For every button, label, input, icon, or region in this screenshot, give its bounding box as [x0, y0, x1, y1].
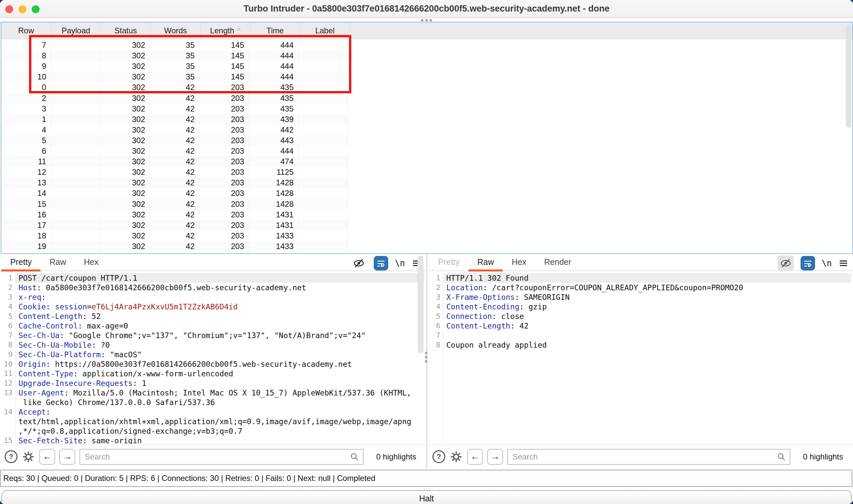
cell-row: 1 — [1, 115, 51, 124]
table-row[interactable]: 230242203435 — [1, 93, 348, 104]
line-number: 7 — [428, 331, 440, 339]
menu-icon[interactable] — [838, 258, 848, 268]
cell-length: 203 — [199, 115, 249, 124]
table-row[interactable]: 430242203442 — [1, 125, 348, 135]
table-row[interactable]: 1130242203474 — [1, 156, 348, 167]
table-row[interactable]: 130242203439 — [1, 114, 348, 125]
cell-words: 42 — [150, 125, 199, 134]
table-row[interactable]: 12302422031125 — [1, 167, 348, 178]
cell-time: 1428 — [249, 178, 298, 187]
request-code-line: 6Cache-Control: max-age=0 — [0, 321, 426, 330]
eye-off-icon[interactable] — [778, 256, 794, 271]
title-bar: Turbo Intruder - 0a5800e303f7e0168142666… — [0, 0, 853, 17]
sort-ascending-icon: ^ — [237, 26, 240, 35]
cell-row: 16 — [1, 210, 51, 219]
table-row[interactable]: 16302422031431 — [1, 210, 348, 220]
cell-time: 435 — [249, 104, 298, 113]
newline-icon[interactable]: \n — [395, 258, 405, 268]
cell-time: 444 — [249, 72, 298, 82]
response-search-input[interactable] — [508, 450, 790, 464]
column-header-length[interactable]: Length^ — [201, 22, 250, 39]
table-scrollbar-thumb[interactable] — [846, 25, 851, 128]
column-header-row[interactable]: Row — [1, 22, 51, 39]
cell-row: 4 — [1, 125, 51, 134]
table-header-row: RowPayloadStatusWordsLength^TimeLabel — [1, 22, 852, 39]
request-tab-raw[interactable]: Raw — [40, 254, 75, 271]
cell-words: 35 — [150, 62, 199, 71]
previous-match-button[interactable]: ← — [467, 449, 483, 465]
vertical-splitter-grip-icon[interactable] — [425, 352, 428, 363]
request-code-line: 7Sec-Ch-Ua: "Google Chrome";v="137", "Ch… — [0, 330, 426, 340]
help-icon[interactable]: ? — [432, 450, 445, 463]
cell-time: 435 — [249, 94, 298, 103]
table-row[interactable]: 13302422031428 — [1, 178, 348, 188]
column-header-payload[interactable]: Payload — [51, 22, 101, 39]
response-editor[interactable]: 1HTTP/1.1 302 Found2Location: /cart?coup… — [428, 272, 853, 444]
cell-row: 5 — [1, 136, 51, 145]
table-row[interactable]: 830235145444 — [1, 51, 348, 61]
request-tab-pretty[interactable]: Pretty — [1, 254, 40, 271]
response-search-bar: ? ← → 0 highlights — [428, 445, 853, 468]
splitter-grip-icon[interactable] — [421, 19, 432, 21]
table-row[interactable]: 730235145444 — [1, 40, 348, 51]
line-number: 4 — [0, 303, 13, 311]
eye-off-icon[interactable] — [351, 256, 367, 271]
request-search-input[interactable] — [80, 450, 363, 464]
cell-length: 203 — [199, 146, 249, 156]
request-tab-hex[interactable]: Hex — [75, 254, 107, 271]
search-magnifier-icon — [777, 452, 786, 462]
line-number: 9 — [0, 350, 13, 359]
next-match-button[interactable]: → — [487, 449, 503, 465]
word-wrap-icon[interactable] — [801, 256, 815, 270]
response-tab-raw[interactable]: Raw — [468, 254, 503, 271]
settings-gear-icon[interactable] — [22, 450, 35, 464]
request-scrollbar-thumb[interactable] — [418, 256, 423, 353]
cell-words: 42 — [150, 94, 199, 103]
request-code-line: 10Origin: https://0a5800e303f7e016814266… — [0, 359, 426, 369]
column-header-time[interactable]: Time — [250, 22, 300, 39]
newline-icon[interactable]: \n — [822, 258, 832, 268]
word-wrap-icon[interactable] — [374, 256, 388, 270]
halt-button[interactable]: Halt — [1, 490, 852, 504]
cell-words: 42 — [150, 231, 199, 240]
column-header-words[interactable]: Words — [151, 22, 201, 39]
request-code-line: 11Content-Type: application/x-www-form-u… — [0, 369, 426, 378]
response-code-line: 2Location: /cart?couponError=COUPON_ALRE… — [428, 283, 853, 292]
response-tab-pretty[interactable]: Pretty — [429, 254, 468, 271]
table-row[interactable]: 1030235145444 — [1, 72, 348, 82]
cell-length: 203 — [199, 200, 249, 209]
table-row[interactable]: 15302422031428 — [1, 199, 348, 210]
results-table-panel: RowPayloadStatusWordsLength^TimeLabel 73… — [1, 22, 853, 254]
cell-length: 203 — [199, 104, 249, 113]
table-row[interactable]: 14302422031428 — [1, 188, 348, 199]
settings-gear-icon[interactable] — [450, 450, 463, 464]
column-header-status[interactable]: Status — [101, 22, 151, 39]
attack-status-text: Reqs: 30 | Queued: 0 | Duration: 5 | RPS… — [3, 474, 375, 483]
help-icon[interactable]: ? — [5, 450, 17, 463]
cell-words: 42 — [150, 221, 199, 230]
response-tab-hex[interactable]: Hex — [503, 254, 535, 271]
table-row[interactable]: 030242203435 — [1, 82, 348, 93]
request-code-line: 4Cookie: session=eT6Lj4Ara4PzxKxvU5m1T2Z… — [0, 302, 426, 311]
cell-length: 203 — [199, 231, 249, 240]
request-code-line: 1POST /cart/coupon HTTP/1.1 — [0, 273, 426, 283]
table-row[interactable]: 17302422031431 — [1, 220, 348, 231]
attack-status-bar: Reqs: 30 | Queued: 0 | Duration: 5 | RPS… — [0, 470, 852, 487]
cell-row: 3 — [1, 104, 51, 113]
response-tab-render[interactable]: Render — [536, 254, 580, 271]
table-row[interactable]: 330242203435 — [1, 104, 348, 114]
column-header-label[interactable]: Label — [300, 22, 350, 39]
cell-status: 302 — [100, 136, 150, 145]
cell-row: 0 — [1, 83, 51, 92]
cell-length: 203 — [199, 221, 249, 230]
response-code-line: 8Coupon already applied — [428, 340, 853, 349]
cell-status: 302 — [100, 146, 150, 156]
previous-match-button[interactable]: ← — [39, 449, 55, 465]
table-row[interactable]: 530242203443 — [1, 135, 348, 146]
table-row[interactable]: 18302422031433 — [1, 231, 348, 241]
table-row[interactable]: 930235145444 — [1, 61, 348, 72]
table-row[interactable]: 19302422031433 — [1, 241, 348, 252]
request-editor[interactable]: 1POST /cart/coupon HTTP/1.12Host: 0a5800… — [0, 272, 426, 444]
next-match-button[interactable]: → — [59, 449, 75, 465]
table-row[interactable]: 630242203444 — [1, 146, 348, 156]
